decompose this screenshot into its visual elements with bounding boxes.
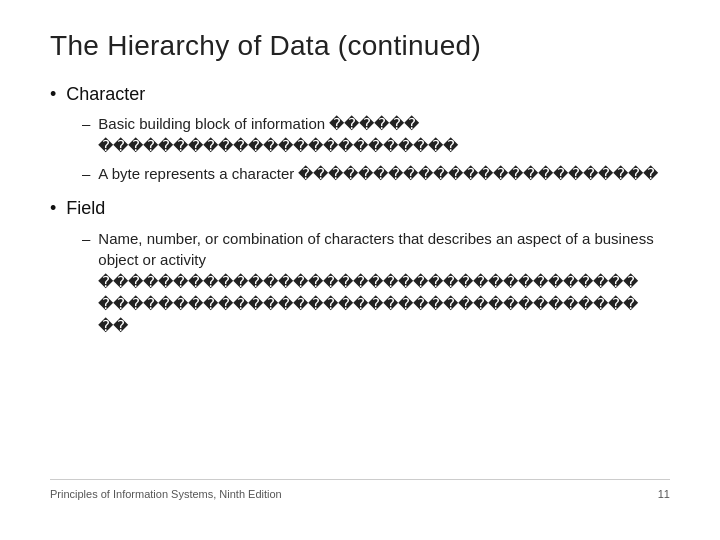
bullet-main-character: • Character (50, 82, 670, 107)
footer-page-number: 11 (658, 488, 670, 500)
footer-left-text: Principles of Information Systems, Ninth… (50, 488, 282, 500)
sub-text-name-number: Name, number, or combination of characte… (98, 228, 670, 337)
slide-container: The Hierarchy of Data (continued) • Char… (0, 0, 720, 540)
bullet-main-field: • Field (50, 196, 670, 221)
bullet-field: • Field – Name, number, or combination o… (50, 196, 670, 336)
sub-bullet-basic-building-block: – Basic building block of information ��… (82, 113, 670, 157)
sub-text-basic-building-block: Basic building block of information ����… (98, 113, 670, 157)
bullet-label-character: Character (66, 82, 145, 107)
sub-bullet-byte-represents: – A byte represents a character ��������… (82, 163, 670, 185)
slide-content: • Character – Basic building block of in… (50, 82, 670, 336)
sub-dash-3: – (82, 228, 90, 250)
bullet-dot-character: • (50, 82, 56, 107)
sub-text-byte-represents: A byte represents a character ����������… (98, 163, 658, 185)
bullet-character: • Character – Basic building block of in… (50, 82, 670, 184)
sub-dash-2: – (82, 163, 90, 185)
sub-bullets-field: – Name, number, or combination of charac… (82, 228, 670, 337)
bullet-dot-field: • (50, 196, 56, 221)
sub-dash-1: – (82, 113, 90, 135)
slide-title: The Hierarchy of Data (continued) (50, 30, 670, 62)
sub-bullets-character: – Basic building block of information ��… (82, 113, 670, 184)
bullet-label-field: Field (66, 196, 105, 221)
sub-bullet-name-number: – Name, number, or combination of charac… (82, 228, 670, 337)
slide-footer: Principles of Information Systems, Ninth… (50, 479, 670, 500)
